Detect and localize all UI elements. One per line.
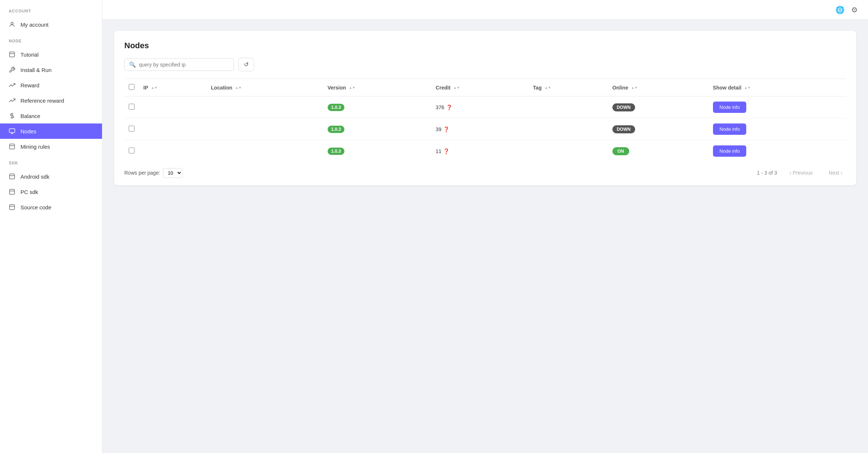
help-icon[interactable]: ❓ — [446, 104, 452, 110]
sidebar-item-pc-sdk[interactable]: PC sdk — [0, 184, 102, 199]
table-row: 1.0.3 11 ❓ ON Node info — [124, 140, 846, 162]
search-bar: 🔍 ↺ — [124, 58, 846, 71]
book-mining-icon — [9, 143, 15, 150]
sidebar-item-tutorial[interactable]: Tutorial — [0, 47, 102, 62]
search-icon: 🔍 — [129, 61, 136, 68]
cell-tag — [529, 118, 608, 140]
sidebar-item-label: PC sdk — [20, 189, 38, 195]
person-icon — [9, 21, 15, 28]
nodes-icon — [9, 128, 15, 134]
version-badge: 1.0.3 — [328, 126, 345, 133]
status-badge: DOWN — [612, 103, 635, 111]
main-content: 🌐 ⚙ Nodes 🔍 ↺ — [102, 0, 868, 453]
cell-ip — [139, 140, 207, 162]
sidebar-item-install-run[interactable]: Install & Run — [0, 62, 102, 77]
svg-point-0 — [11, 22, 13, 24]
select-all-checkbox[interactable] — [129, 84, 135, 90]
row-checkbox[interactable] — [129, 126, 135, 132]
book-icon — [9, 51, 15, 58]
sidebar-item-label: Reward — [20, 82, 39, 88]
col-ip: IP ▲▼ — [139, 79, 207, 96]
sort-online-icon[interactable]: ▲▼ — [631, 86, 638, 90]
col-show-detail: Show detail ▲▼ — [709, 79, 846, 96]
col-version: Version ▲▼ — [323, 79, 431, 96]
svg-rect-7 — [10, 144, 15, 149]
row-checkbox[interactable] — [129, 104, 135, 110]
nodes-card: Nodes 🔍 ↺ IP — [114, 31, 856, 185]
select-all-header — [124, 79, 139, 96]
cell-credit: 39 ❓ — [431, 118, 529, 140]
node-info-button[interactable]: Node info — [713, 123, 747, 135]
search-input[interactable] — [136, 59, 229, 71]
credit-value: 11 — [436, 148, 442, 154]
help-icon[interactable]: ❓ — [443, 148, 449, 154]
sidebar: ACCOUNT My account NODE Tutorial Install… — [0, 0, 102, 453]
sidebar-item-nodes[interactable]: Nodes — [0, 123, 102, 139]
sidebar-item-source-code[interactable]: Source code — [0, 199, 102, 215]
previous-button[interactable]: ‹ Previous — [786, 168, 816, 178]
sidebar-item-android-sdk[interactable]: Android sdk — [0, 169, 102, 184]
nodes-table: IP ▲▼ Location ▲▼ Version ▲▼ Credit — [124, 79, 846, 162]
table-row: 1.0.3 39 ❓ DOWN Node info — [124, 118, 846, 140]
sidebar-item-label: Balance — [20, 113, 40, 119]
cell-online: ON — [608, 140, 709, 162]
search-input-wrapper: 🔍 — [124, 58, 234, 71]
sort-credit-icon[interactable]: ▲▼ — [453, 86, 460, 90]
sort-location-icon[interactable]: ▲▼ — [235, 86, 242, 90]
settings-icon[interactable]: ⚙ — [851, 5, 858, 14]
sidebar-item-reward[interactable]: Reward — [0, 77, 102, 93]
trending-up-icon — [9, 82, 15, 88]
cell-location — [207, 140, 323, 162]
table-footer: Rows per page: 10 25 50 1 - 3 of 3 ‹ Pre… — [124, 162, 846, 185]
sidebar-item-my-account[interactable]: My account — [0, 17, 102, 32]
topbar: 🌐 ⚙ — [102, 0, 868, 20]
sort-ip-icon[interactable]: ▲▼ — [151, 86, 158, 90]
sort-detail-icon[interactable]: ▲▼ — [744, 86, 751, 90]
next-button[interactable]: Next › — [825, 168, 846, 178]
sidebar-account-section: ACCOUNT — [0, 9, 102, 17]
col-credit: Credit ▲▼ — [431, 79, 529, 96]
cell-version: 1.0.3 — [323, 118, 431, 140]
cell-show-detail: Node info — [709, 118, 846, 140]
cell-tag — [529, 140, 608, 162]
pagination-info: 1 - 3 of 3 — [757, 170, 777, 176]
svg-rect-9 — [10, 174, 15, 179]
prev-chevron-icon: ‹ — [789, 170, 791, 176]
pc-book-icon — [9, 189, 15, 195]
page-title: Nodes — [124, 41, 846, 50]
source-book-icon — [9, 204, 15, 210]
cell-online: DOWN — [608, 118, 709, 140]
sort-version-icon[interactable]: ▲▼ — [349, 86, 355, 90]
chart-icon — [9, 97, 15, 104]
cell-credit: 11 ❓ — [431, 140, 529, 162]
sidebar-sdk-section: SDK — [0, 161, 102, 169]
cell-online: DOWN — [608, 96, 709, 118]
globe-icon[interactable]: 🌐 — [835, 5, 845, 14]
sidebar-item-label: My account — [20, 22, 49, 28]
cell-location — [207, 96, 323, 118]
rows-per-page-select[interactable]: 10 25 50 — [163, 168, 182, 178]
next-chevron-icon: › — [841, 170, 842, 176]
sidebar-item-label: Android sdk — [20, 174, 49, 180]
help-icon[interactable]: ❓ — [443, 126, 449, 132]
node-info-button[interactable]: Node info — [713, 102, 747, 113]
col-tag: Tag ▲▼ — [529, 79, 608, 96]
sidebar-item-mining-rules[interactable]: Mining rules — [0, 139, 102, 154]
refresh-button[interactable]: ↺ — [238, 58, 254, 71]
svg-rect-4 — [10, 129, 15, 133]
cell-ip — [139, 96, 207, 118]
row-checkbox-cell — [124, 118, 139, 140]
table-row: 1.0.3 376 ❓ DOWN Node info — [124, 96, 846, 118]
sidebar-item-reference-reward[interactable]: Reference reward — [0, 93, 102, 108]
credit-value: 376 — [436, 104, 444, 110]
row-checkbox-cell — [124, 96, 139, 118]
rows-per-page-label: Rows per page: — [124, 170, 160, 176]
android-book-icon — [9, 173, 15, 180]
version-badge: 1.0.3 — [328, 148, 345, 155]
sort-tag-icon[interactable]: ▲▼ — [544, 86, 551, 90]
status-badge: DOWN — [612, 125, 635, 133]
cell-show-detail: Node info — [709, 140, 846, 162]
row-checkbox[interactable] — [129, 148, 135, 153]
node-info-button[interactable]: Node info — [713, 145, 747, 157]
sidebar-item-balance[interactable]: Balance — [0, 108, 102, 123]
